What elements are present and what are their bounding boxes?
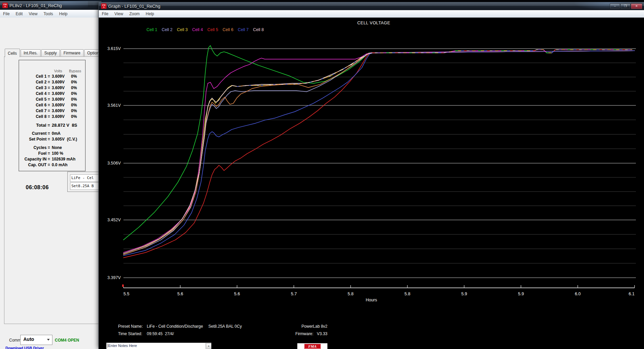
- legend-cell-8: Cell 8: [253, 27, 264, 32]
- legend-cell-6: Cell 6: [223, 27, 233, 32]
- pl8-menu-help[interactable]: Help: [56, 10, 71, 18]
- fma-icon-text-bottom: A: [4, 5, 6, 7]
- scroll-up-icon[interactable]: ▲: [206, 343, 211, 349]
- firmware-version: Firmware: V3.33: [286, 331, 327, 336]
- stat2-row-3: Cap. OUT =0.0 mAh: [19, 162, 85, 168]
- pl8-client-area: CellsInt.Res.SupplyFirmwareOptions Volts…: [0, 18, 101, 349]
- graph-menu-file[interactable]: File: [99, 10, 111, 18]
- legend-cell-5: Cell 5: [207, 27, 218, 32]
- minimize-button[interactable]: ‒: [610, 3, 620, 9]
- graph-menu-view[interactable]: View: [111, 10, 126, 18]
- preset-name-suffix: Set8.25A BAL 0Cy: [208, 324, 242, 329]
- cell-row-5: Cell 5 =3.609V0%: [19, 97, 85, 102]
- time-started-label: Time Started:: [118, 331, 142, 336]
- fma-badge-text: FMA: [305, 344, 320, 349]
- pl8-menu-edit[interactable]: Edit: [13, 10, 26, 18]
- tab-cells[interactable]: Cells: [5, 49, 20, 57]
- preset-name-value: LiFe - Cell Condition/Discharge: [147, 324, 203, 329]
- x-axis-tick-5: 5.8: [405, 292, 410, 296]
- maximize-button[interactable]: ❐: [620, 3, 630, 9]
- y-axis-tick-1: 3.561V: [107, 103, 121, 108]
- fma-revolectrix-logo: FMA Direct REV LECTRIX: [297, 343, 327, 349]
- graph-window: FM A Graph - LF105_01_ReChg ‒ ❐ ✕ FileVi…: [98, 2, 644, 349]
- total-value: 28.872 V 8S: [50, 122, 85, 128]
- download-usb-driver-link[interactable]: Download USB Driver: [5, 346, 44, 349]
- series-cell-6: [123, 51, 635, 254]
- cell-readouts-panel: Volts Bypass Cell 1 =3.609V0%Cell 2 =3.6…: [19, 60, 86, 171]
- desktop: FM A PL8v2 - LF105_01_ReChg FileEditView…: [0, 0, 644, 349]
- cell-row-8: Cell 8 =3.609V0%: [19, 114, 85, 120]
- series-cell-3: [123, 51, 635, 253]
- pl8-menubar: FileEditViewToolsHelp: [0, 10, 101, 18]
- cell-row-7: Cell 7 =3.609V0%: [19, 108, 85, 114]
- x-axis-tick-7: 5.9: [518, 292, 524, 296]
- pl8-window: FM A PL8v2 - LF105_01_ReChg FileEditView…: [0, 1, 101, 349]
- graph-menubar: FileViewZoomHelp: [99, 10, 644, 18]
- series-cell-8: [123, 50, 632, 253]
- stat-row-1: Set Point =3.605V (C.V.): [19, 136, 85, 142]
- y-axis-tick-3: 3.452V: [107, 218, 121, 222]
- volts-header: Volts: [50, 68, 69, 74]
- bypass-header: Bypass: [69, 68, 84, 74]
- x-axis-tick-0: 5.5: [123, 292, 129, 296]
- series-cell-4: [123, 51, 635, 252]
- pl8-tab-strip: CellsInt.Res.SupplyFirmwareOptions: [5, 48, 105, 57]
- legend-cell-3: Cell 3: [177, 27, 188, 32]
- cell-row-4: Cell 4 =3.609V0%: [19, 91, 85, 97]
- x-axis-tick-4: 5.8: [348, 292, 353, 296]
- cell-row-1: Cell 1 =3.609V0%: [19, 74, 85, 79]
- tab-intres[interactable]: Int.Res.: [21, 49, 41, 57]
- chart-title: CELL VOLTAGE: [357, 21, 390, 25]
- fma-icon-text-bottom: A: [103, 6, 105, 8]
- total-row: Total = 28.872 V 8S: [19, 122, 85, 128]
- y-axis-tick-0: 3.615V: [107, 46, 121, 51]
- graph-menu-help[interactable]: Help: [143, 10, 157, 18]
- notes-scrollbar[interactable]: ▲ ▼: [205, 343, 211, 349]
- stat-row-0: Current =0mA: [19, 131, 85, 136]
- legend-cell-4: Cell 4: [192, 27, 203, 32]
- comm-port-select[interactable]: Auto: [20, 335, 52, 345]
- pl8-menu-tools[interactable]: Tools: [41, 10, 56, 18]
- stat2-row-0: Cycles =None: [19, 145, 85, 151]
- x-axis-tick-2: 5.6: [234, 292, 240, 296]
- x-axis-tick-6: 5.9: [461, 292, 467, 296]
- stat2-row-1: Fuel =100 %: [19, 151, 85, 156]
- total-label: Total =: [19, 122, 50, 128]
- tab-supply[interactable]: Supply: [41, 49, 60, 57]
- fma-app-icon: FM A: [2, 3, 8, 8]
- series-cell-5: [123, 51, 635, 258]
- fma-app-icon: FM A: [101, 3, 107, 9]
- pl8-menu-view[interactable]: View: [26, 10, 41, 18]
- x-axis-tick-9: 6.1: [629, 292, 635, 296]
- time-started-value: 09:59:45 27/4/: [147, 331, 174, 336]
- x-axis-tick-3: 5.7: [291, 292, 297, 296]
- cell-row-2: Cell 2 =3.609V0%: [19, 79, 85, 85]
- close-button[interactable]: ✕: [631, 3, 642, 9]
- pl8-menu-file[interactable]: File: [0, 10, 13, 18]
- cell-row-3: Cell 3 =3.609V0%: [19, 85, 85, 91]
- elapsed-time: 06:08:06: [26, 184, 49, 191]
- pl8-window-title: PL8v2 - LF105_01_ReChg: [9, 3, 62, 8]
- fma-direct-badge: FMA Direct: [304, 344, 321, 349]
- notes-input[interactable]: Enter Notes Here ▲ ▼: [106, 343, 211, 349]
- graph-menu-zoom[interactable]: Zoom: [126, 10, 143, 18]
- legend-cell-2: Cell 2: [162, 27, 172, 32]
- cell-voltage-chart[interactable]: 3.615V3.561V3.506V3.452V3.397V5.55.65.65…: [99, 18, 644, 349]
- x-axis-tick-1: 5.6: [177, 292, 183, 296]
- y-axis-tick-4: 3.397V: [107, 275, 121, 280]
- window-controls: ‒ ❐ ✕: [610, 3, 642, 9]
- x-axis-tick-8: 6.0: [575, 292, 580, 296]
- series-cell-2: [123, 51, 635, 254]
- series-cell-7: [123, 51, 635, 256]
- pl8-titlebar[interactable]: FM A PL8v2 - LF105_01_ReChg: [0, 1, 101, 10]
- graph-window-title: Graph - LF105_01_ReChg: [108, 4, 160, 9]
- readout-column-headers: Volts Bypass: [19, 68, 85, 74]
- stat2-row-2: Capacity IN =102639 mAh: [19, 156, 85, 162]
- graph-titlebar[interactable]: FM A Graph - LF105_01_ReChg ‒ ❐ ✕: [99, 2, 644, 10]
- notes-placeholder: Enter Notes Here: [108, 344, 137, 348]
- comm-status: COM4 OPEN: [55, 338, 79, 343]
- graph-client-area: 3.615V3.561V3.506V3.452V3.397V5.55.65.65…: [99, 18, 644, 349]
- preset-name-label: Preset Name:: [118, 324, 143, 329]
- tab-firmware[interactable]: Firmware: [61, 49, 84, 57]
- x-axis-label: Hours: [366, 298, 377, 302]
